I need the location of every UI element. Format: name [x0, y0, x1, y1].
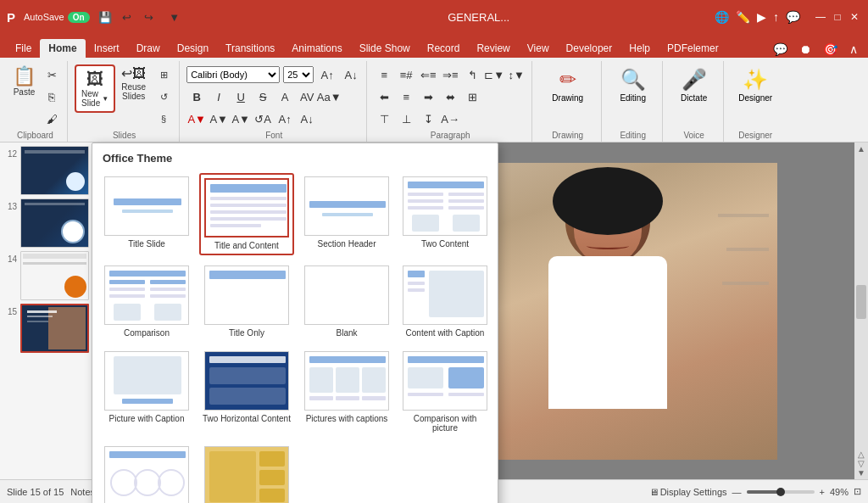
list-item[interactable]: 13 [3, 198, 89, 248]
tab-file[interactable]: File [7, 39, 40, 58]
layout-picture-three-sections[interactable]: Picture with Three Sections [199, 443, 294, 503]
cut-icon[interactable]: ✂ [42, 64, 62, 85]
tab-insert[interactable]: Insert [86, 39, 128, 58]
more-actions-icon[interactable]: ▼ [164, 7, 185, 27]
text-dir-button[interactable]: A→ [440, 109, 460, 129]
font-extra2[interactable]: A↓ [297, 109, 317, 129]
layout-blank[interactable]: Blank [301, 262, 392, 341]
dictate-button[interactable]: 🎤 Dictate [673, 64, 715, 106]
present-ribbon-icon[interactable]: 🎯 [820, 41, 841, 58]
strikethrough-button[interactable]: S [253, 87, 273, 107]
share-icon[interactable]: ↑ [773, 10, 779, 24]
slide-thumb-15[interactable] [20, 304, 89, 353]
format-painter-icon[interactable]: 🖌 [42, 109, 62, 129]
bullets-button[interactable]: ≡ [374, 64, 394, 85]
globe-icon[interactable]: 🌐 [715, 10, 729, 24]
valign-bot-button[interactable]: ↧ [418, 109, 438, 129]
tab-animations[interactable]: Animations [283, 39, 350, 58]
tab-developer[interactable]: Developer [558, 39, 621, 58]
change-case-button[interactable]: Aa▼ [319, 87, 339, 107]
underline-button[interactable]: U [231, 87, 251, 107]
layout-section-header[interactable]: Section Header [301, 173, 392, 255]
autosave-toggle[interactable]: On [68, 12, 90, 23]
layout-comparison[interactable]: Comparison [101, 262, 192, 341]
italic-button[interactable]: I [209, 87, 229, 107]
font-size-a-button[interactable]: A▼ [231, 109, 251, 129]
close-button[interactable]: ✕ [848, 10, 861, 24]
layout-title-only[interactable]: Title Only [199, 262, 294, 341]
layout-picture-caption[interactable]: Picture with Caption [101, 348, 192, 436]
scroll-down-icon[interactable]: ▼ [857, 468, 865, 478]
paste-button[interactable]: 📋 Paste [8, 64, 40, 99]
tab-transitions[interactable]: Transitions [217, 39, 283, 58]
zoom-out-button[interactable]: — [732, 487, 742, 497]
pen-icon[interactable]: ✏️ [736, 10, 750, 24]
list-item[interactable]: 14 [3, 251, 89, 300]
fit-window-button[interactable]: ⊡ [854, 486, 861, 497]
align-left-button[interactable]: ⬅ [374, 87, 394, 107]
copy-icon[interactable]: ⎘ [42, 87, 62, 107]
valign-top-button[interactable]: ⊤ [374, 109, 394, 129]
new-slide-button[interactable]: 🖼 NewSlide ▼ [75, 64, 115, 113]
slide-section-icon[interactable]: § [153, 109, 174, 129]
font-size-select[interactable]: 25 [283, 66, 314, 83]
redo-icon[interactable]: ↪ [139, 7, 159, 27]
layout-two-horizontal[interactable]: Two Horizontal Content [199, 348, 294, 436]
list-item[interactable]: 12 [3, 146, 89, 195]
tab-record[interactable]: Record [419, 39, 469, 58]
tab-draw[interactable]: Draw [128, 39, 169, 58]
designer-button[interactable]: ✨ Designer [732, 64, 779, 106]
rtl-button[interactable]: ↰ [462, 64, 482, 85]
align-center-button[interactable]: ≡ [396, 87, 416, 107]
tab-slideshow[interactable]: Slide Show [351, 39, 419, 58]
collapse-ribbon-icon[interactable]: ∧ [846, 41, 861, 58]
numbering-button[interactable]: ≡# [396, 64, 416, 85]
tab-pdfelemer[interactable]: PDFelemer [659, 39, 727, 58]
slide-thumb-12[interactable] [20, 146, 89, 195]
tab-help[interactable]: Help [620, 39, 659, 58]
maximize-button[interactable]: □ [831, 10, 844, 24]
zoom-thumb[interactable] [776, 488, 785, 496]
justify-button[interactable]: ⬌ [440, 87, 460, 107]
decrease-indent-button[interactable]: ⇐≡ [418, 64, 438, 85]
layout-comparison-picture[interactable]: Comparison with picture [399, 348, 491, 436]
layout-content-caption[interactable]: Content with Caption [399, 262, 491, 341]
increase-indent-button[interactable]: ⇒≡ [440, 64, 460, 85]
vertical-scrollbar[interactable]: ▲ △ ▽ ▼ [854, 143, 868, 479]
font-increase-icon[interactable]: A↑ [317, 64, 337, 85]
scroll-up-icon[interactable]: ▲ [857, 144, 865, 154]
editing-button[interactable]: 🔍 Editing [612, 64, 654, 106]
layout-three-content[interactable]: Three Content [101, 443, 192, 503]
comments-ribbon-icon[interactable]: 💬 [770, 41, 791, 58]
layout-title-and-content[interactable]: Title and Content [199, 173, 294, 255]
minimize-button[interactable]: — [814, 10, 827, 24]
display-settings-button[interactable]: 🖥 Display Settings [649, 487, 727, 497]
undo-icon[interactable]: ↩ [117, 7, 137, 27]
highlight-button[interactable]: A▼ [209, 109, 229, 129]
slide-reset-icon[interactable]: ↺ [153, 87, 174, 107]
layout-title-slide[interactable]: Title Slide [101, 173, 192, 255]
scroll-page-down-icon[interactable]: ▽ [858, 459, 865, 468]
text-shadow-button[interactable]: A [275, 87, 295, 107]
zoom-in-button[interactable]: + [820, 487, 825, 497]
slide-thumb-13[interactable] [20, 198, 89, 248]
tab-home[interactable]: Home [40, 39, 85, 58]
present-icon[interactable]: ▶ [757, 10, 766, 24]
tab-design[interactable]: Design [169, 39, 217, 58]
scroll-thumb[interactable] [856, 285, 866, 319]
zoom-slider[interactable] [747, 490, 815, 494]
smart-art-button[interactable]: ⊞ [462, 87, 482, 107]
tab-review[interactable]: Review [468, 39, 518, 58]
reuse-slides-button[interactable]: ↩🖼 ReuseSlides [117, 64, 150, 103]
char-spacing-button[interactable]: AV [297, 87, 317, 107]
scroll-page-up-icon[interactable]: △ [858, 450, 865, 459]
drawing-button[interactable]: ✏ Drawing [545, 64, 590, 106]
slide-layout-icon[interactable]: ⊞ [153, 64, 174, 85]
columns-button[interactable]: ⊏▼ [484, 64, 504, 85]
layout-two-content[interactable]: Two Content [399, 173, 491, 255]
tab-view[interactable]: View [519, 39, 558, 58]
save-icon[interactable]: 💾 [95, 7, 115, 27]
font-decrease-icon[interactable]: A↓ [341, 64, 361, 85]
slide-thumb-14[interactable] [20, 251, 89, 300]
layout-pictures-captions[interactable]: Pictures with captions [301, 348, 392, 436]
